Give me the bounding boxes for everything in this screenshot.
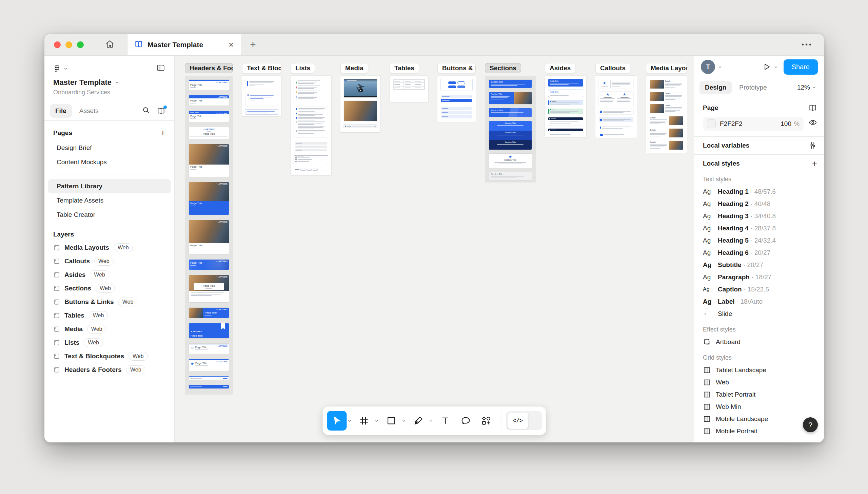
collapse-sidebar-icon[interactable]: [156, 63, 165, 74]
grid-style-row[interactable]: Web: [694, 376, 824, 388]
frame-tool-button[interactable]: [354, 411, 374, 431]
pattern-thumbnail[interactable]: ✦ ARTEMISPage Title: [189, 95, 229, 106]
pattern-thumbnail[interactable]: Details: [649, 140, 684, 150]
pattern-thumbnail[interactable]: “: [245, 93, 278, 106]
section-frame[interactable]: Aside TitleAside Title: [545, 76, 586, 137]
more-options-button[interactable]: •••: [790, 34, 824, 55]
pattern-thumbnail[interactable]: [548, 100, 583, 105]
pattern-thumbnail[interactable]: Details: [649, 91, 684, 101]
pattern-thumbnail[interactable]: Aside Title: [548, 90, 583, 97]
pattern-thumbnail[interactable]: [441, 79, 472, 91]
pattern-thumbnail[interactable]: [245, 110, 278, 114]
section-label[interactable]: Text & Blockqu...: [242, 63, 281, 73]
help-button[interactable]: ?: [803, 417, 818, 432]
pattern-thumbnail[interactable]: ✦ ARTEMIS★Page Title: [189, 359, 229, 371]
pattern-thumbnail[interactable]: [344, 101, 377, 121]
file-name-menu[interactable]: Master Template: [53, 78, 165, 87]
tab-prototype[interactable]: Prototype: [734, 81, 772, 94]
pattern-thumbnail[interactable]: [599, 125, 633, 130]
pattern-thumbnail[interactable]: [393, 79, 425, 90]
layer-row[interactable]: Asides Web: [44, 268, 174, 282]
frame-tool-chevron-icon[interactable]: [374, 419, 379, 423]
add-style-button[interactable]: +: [812, 158, 817, 169]
pattern-thumbnail[interactable]: ✦ ARTEMISPage Title: [189, 80, 229, 90]
pattern-thumbnail[interactable]: [344, 125, 377, 128]
section-frame[interactable]: ★★★: [595, 76, 637, 138]
text-style-row[interactable]: Ag Label · 18/Auto: [694, 296, 824, 308]
section-label[interactable]: Media: [340, 63, 368, 73]
visibility-eye-icon[interactable]: [808, 118, 817, 127]
pattern-thumbnail[interactable]: [294, 79, 328, 103]
layer-row[interactable]: Media Layouts Web: [44, 241, 174, 254]
layer-row[interactable]: Callouts Web: [44, 254, 174, 268]
page-fill-swatch[interactable]: [707, 119, 716, 128]
search-icon[interactable]: [142, 106, 151, 116]
shape-tool-button[interactable]: [381, 411, 401, 431]
layer-row[interactable]: Text & Blockquotes Web: [44, 349, 174, 363]
page-item[interactable]: Template Assets: [48, 193, 171, 208]
pattern-thumbnail[interactable]: ››: [441, 95, 472, 103]
page-item[interactable]: Pattern Library: [48, 179, 171, 193]
page-fill-row[interactable]: F2F2F2 100 %: [703, 117, 804, 131]
pattern-thumbnail[interactable]: Aside Title: [548, 79, 583, 87]
page-item[interactable]: Content Mockups: [48, 155, 171, 169]
close-window-button[interactable]: [54, 41, 61, 48]
pattern-thumbnail[interactable]: Details: [649, 79, 684, 89]
text-tool-button[interactable]: [435, 411, 455, 431]
pattern-thumbnail[interactable]: Section Title: [489, 108, 532, 117]
dev-mode-toggle[interactable]: </>: [506, 411, 542, 430]
pattern-thumbnail[interactable]: ✦ ARTEMISPage Title: [189, 220, 229, 254]
text-style-row[interactable]: Ag Caption · 15/22.5: [694, 283, 824, 296]
text-style-row[interactable]: Ag Heading 6 · 20/27: [694, 247, 824, 259]
layer-row[interactable]: Tables Web: [44, 309, 174, 322]
layer-row[interactable]: Headers & Footers Web: [44, 363, 174, 377]
pattern-thumbnail[interactable]: [599, 109, 633, 114]
section-label[interactable]: Lists: [291, 63, 315, 73]
pattern-thumbnail[interactable]: Section Title: [489, 172, 532, 180]
zoom-window-button[interactable]: [77, 41, 84, 48]
sidebar-tab-assets[interactable]: Assets: [74, 104, 104, 118]
shape-tool-chevron-icon[interactable]: [401, 419, 407, 423]
page-item[interactable]: Design Brief: [48, 141, 171, 155]
pattern-thumbnail[interactable]: [599, 117, 633, 122]
pattern-thumbnail[interactable]: ✦ ARTEMISPage Title: [189, 111, 229, 122]
pattern-thumbnail[interactable]: ›››: [441, 107, 472, 119]
add-page-button[interactable]: +: [160, 128, 165, 138]
pattern-thumbnail[interactable]: ★Section Title: [489, 154, 532, 168]
pattern-thumbnail[interactable]: [189, 385, 229, 388]
section-frame[interactable]: ›››››: [437, 76, 476, 122]
pattern-thumbnail[interactable]: ✦ ARTEMISPage Title: [189, 127, 229, 139]
pattern-thumbnail[interactable]: ★: [599, 79, 633, 89]
section-label[interactable]: Media Layouts: [646, 63, 687, 73]
section-label[interactable]: Sections: [485, 63, 521, 73]
pattern-thumbnail[interactable]: Details: [649, 128, 684, 138]
actions-tool-button[interactable]: [476, 411, 496, 431]
layer-row[interactable]: Buttons & Links Web: [44, 295, 174, 309]
pattern-thumbnail[interactable]: [294, 156, 328, 164]
section-frame[interactable]: Section TitleSection TitleSection TitleS…: [485, 76, 536, 183]
pen-tool-chevron-icon[interactable]: [428, 419, 434, 423]
pattern-thumbnail[interactable]: [189, 376, 229, 380]
pen-tool-button[interactable]: [408, 411, 428, 431]
section-label[interactable]: Headers & Footers: [185, 63, 233, 73]
text-style-row[interactable]: Ag Heading 3 · 34/40.8: [694, 210, 824, 222]
avatar[interactable]: T: [701, 60, 715, 74]
page-item[interactable]: Table Creator: [48, 208, 171, 222]
pattern-thumbnail[interactable]: ✦ ARTEMISPage Title: [189, 308, 229, 318]
pattern-thumbnail[interactable]: [599, 133, 633, 136]
pattern-thumbnail[interactable]: Details: [649, 103, 684, 114]
pattern-thumbnail[interactable]: [294, 107, 328, 137]
library-icon[interactable]: [157, 107, 165, 115]
pattern-thumbnail[interactable]: ✦ ARTEMISPage Title: [189, 344, 229, 354]
pattern-thumbnail[interactable]: Section Title: [489, 80, 532, 88]
pattern-thumbnail[interactable]: [294, 141, 328, 152]
pattern-thumbnail[interactable]: [294, 168, 328, 171]
pattern-thumbnail[interactable]: ✦ ARTEMISPage Title: [189, 275, 229, 302]
pattern-thumbnail[interactable]: ✈: [344, 79, 377, 97]
pattern-thumbnail[interactable]: [548, 117, 583, 125]
home-button[interactable]: [102, 34, 118, 55]
new-tab-button[interactable]: +: [241, 34, 265, 55]
pattern-thumbnail[interactable]: [548, 109, 583, 114]
section-frame[interactable]: ✈: [340, 76, 380, 132]
section-frame[interactable]: DetailsDetailsDetailsDetailsDetailsDetai…: [646, 76, 687, 153]
